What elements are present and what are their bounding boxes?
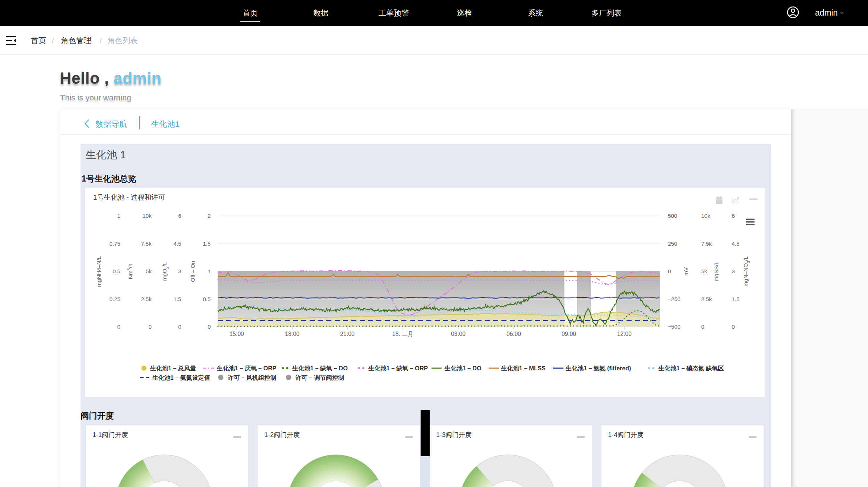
svg-text:0.75: 0.75 (109, 241, 120, 247)
svg-text:0.25: 0.25 (109, 296, 120, 302)
svg-text:7.5k: 7.5k (701, 241, 712, 247)
svg-text:0: 0 (668, 268, 671, 274)
svg-text:6: 6 (732, 213, 735, 219)
svg-text:21:00: 21:00 (340, 331, 355, 337)
svg-text:mgSS/L: mgSS/L (713, 261, 719, 282)
svg-text:0: 0 (732, 324, 735, 330)
svg-text:生化池1 – MLSS: 生化池1 – MLSS (501, 365, 546, 371)
svg-text:生化池1 – 缺氧 – DO: 生化池1 – 缺氧 – DO (292, 365, 348, 371)
svg-text:生化池1 – DO: 生化池1 – DO (444, 365, 481, 371)
svg-text:生化池1 – 氨氮 (filtered): 生化池1 – 氨氮 (filtered) (565, 365, 631, 372)
svg-text:5k: 5k (146, 268, 152, 274)
svg-text:03:00: 03:00 (451, 331, 466, 337)
svg-text:7.5k: 7.5k (141, 241, 152, 247)
svg-text:3: 3 (178, 268, 181, 274)
svg-text:500: 500 (668, 213, 677, 219)
svg-text:mV: mV (683, 267, 689, 276)
svg-text:许可 – 风机组控制: 许可 – 风机组控制 (227, 374, 276, 381)
svg-text:5k: 5k (701, 268, 707, 274)
svg-text:1.5: 1.5 (203, 241, 211, 247)
svg-text:18. 二月: 18. 二月 (392, 331, 414, 337)
svg-text:4.5: 4.5 (173, 241, 181, 247)
svg-text:−250: −250 (668, 296, 681, 302)
svg-text:1.5: 1.5 (732, 296, 740, 302)
svg-text:0: 0 (701, 324, 704, 330)
svg-text:250: 250 (668, 241, 677, 247)
svg-text:09:00: 09:00 (562, 331, 576, 337)
svg-text:生化池1 – 缺氧 – ORP: 生化池1 – 缺氧 – ORP (368, 365, 428, 371)
svg-text:1号生化池 - 过程和许可: 1号生化池 - 过程和许可 (93, 193, 165, 201)
svg-text:06:00: 06:00 (507, 331, 521, 337)
svg-text:0: 0 (148, 324, 152, 330)
svg-text:4.5: 4.5 (732, 241, 740, 247)
svg-text:Nm3/h: Nm3/h (127, 263, 133, 279)
svg-text:10k: 10k (701, 213, 710, 219)
svg-text:12:00: 12:00 (617, 331, 632, 337)
svg-text:0.5: 0.5 (112, 268, 120, 274)
svg-text:2.5k: 2.5k (701, 296, 712, 302)
svg-text:生化池1 – 硝态氮 缺氧区: 生化池1 – 硝态氮 缺氧区 (658, 365, 724, 372)
svg-text:10k: 10k (142, 213, 152, 219)
svg-text:许可 – 调节阀控制: 许可 – 调节阀控制 (295, 374, 344, 381)
svg-text:0: 0 (207, 324, 211, 330)
svg-text:1: 1 (117, 213, 120, 219)
svg-text:Off – On: Off – On (190, 261, 196, 282)
svg-text:生化池1 – 厌氧 – ORP: 生化池1 – 厌氧 – ORP (216, 365, 276, 371)
svg-text:1: 1 (207, 268, 211, 274)
svg-text:6: 6 (178, 213, 181, 219)
svg-text:1.5: 1.5 (173, 296, 181, 302)
svg-text:mgNH4–N/L: mgNH4–N/L (96, 256, 102, 287)
svg-text:−500: −500 (668, 324, 681, 330)
svg-text:18:00: 18:00 (285, 331, 299, 337)
svg-text:生化池1 – 氨氮设定值: 生化池1 – 氨氮设定值 (152, 374, 210, 381)
svg-text:0: 0 (117, 324, 120, 330)
svg-text:0.5: 0.5 (203, 296, 211, 302)
svg-text:生化池1 – 总风量: 生化池1 – 总风量 (150, 365, 196, 371)
svg-text:15:00: 15:00 (230, 331, 244, 337)
svg-text:0: 0 (178, 324, 181, 330)
svg-text:2: 2 (207, 213, 211, 219)
svg-text:3: 3 (732, 268, 735, 274)
svg-text:2.5k: 2.5k (141, 296, 152, 302)
